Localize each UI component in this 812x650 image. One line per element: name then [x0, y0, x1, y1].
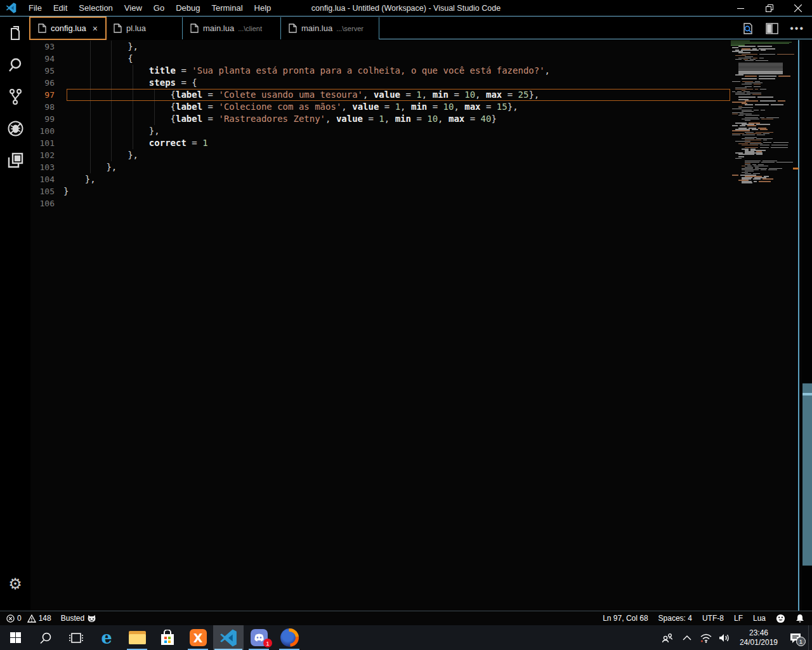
- xampp-icon: ꓫ: [190, 629, 207, 646]
- line-number[interactable]: 106: [30, 197, 63, 209]
- minimap-line: [777, 54, 794, 55]
- code-line-93[interactable]: 93 },: [30, 41, 728, 53]
- more-actions-icon[interactable]: •••: [790, 23, 804, 34]
- minimap-line: [756, 154, 763, 154]
- token: =: [202, 102, 218, 112]
- problems-indicator[interactable]: 0 148: [6, 614, 51, 623]
- explorer-icon[interactable]: [0, 17, 30, 49]
- line-number[interactable]: 93: [30, 41, 63, 53]
- busted-cat-icon: [87, 614, 96, 623]
- volume-icon[interactable]: [716, 625, 735, 650]
- eol-setting[interactable]: LF: [734, 614, 743, 623]
- code-line-104[interactable]: 104 },: [30, 173, 728, 185]
- debug-icon[interactable]: [0, 112, 30, 144]
- code-line-103[interactable]: 103 },: [30, 161, 728, 173]
- menu-help[interactable]: Help: [249, 0, 277, 17]
- settings-gear-icon[interactable]: ⚙: [0, 575, 30, 593]
- taskbar-app-vscode[interactable]: [213, 625, 244, 650]
- menu-debug[interactable]: Debug: [170, 0, 206, 17]
- scrollbar-thumb[interactable]: [802, 383, 812, 566]
- line-number[interactable]: 96: [30, 77, 63, 89]
- code-line-96[interactable]: 96 steps = {: [30, 77, 728, 89]
- token: {: [171, 102, 176, 112]
- code-line-100[interactable]: 100 },: [30, 125, 728, 137]
- code-line-105[interactable]: 105}: [30, 185, 728, 197]
- indent-guide: [90, 41, 91, 53]
- menu-view[interactable]: View: [119, 0, 148, 17]
- feedback-smiley-icon[interactable]: [776, 614, 785, 623]
- minimap-line: [759, 76, 776, 76]
- menu-terminal[interactable]: Terminal: [206, 0, 248, 17]
- token: },: [149, 126, 160, 136]
- token: },: [85, 174, 96, 184]
- tab-pl.lua[interactable]: pl.lua: [105, 17, 183, 39]
- line-number[interactable]: 94: [30, 53, 63, 65]
- code-line-94[interactable]: 94 {: [30, 53, 728, 65]
- tab-close-icon[interactable]: ×: [93, 23, 98, 34]
- code-line-101[interactable]: 101 correct = 1: [30, 137, 728, 149]
- taskbar-clock[interactable]: 23:46 24/01/2019: [735, 628, 783, 647]
- code-line-102[interactable]: 102 },: [30, 149, 728, 161]
- line-number[interactable]: 99: [30, 113, 63, 125]
- menu-selection[interactable]: Selection: [73, 0, 118, 17]
- tray-chevron-up-icon[interactable]: [678, 625, 697, 650]
- encoding[interactable]: UTF-8: [702, 614, 724, 623]
- code-line-106[interactable]: 106: [30, 197, 728, 209]
- task-view-button[interactable]: [61, 625, 91, 650]
- line-number[interactable]: 101: [30, 137, 63, 149]
- notifications-bell-icon[interactable]: [796, 614, 804, 623]
- restore-button[interactable]: [755, 0, 783, 17]
- taskbar-app-xampp[interactable]: ꓫ: [183, 625, 213, 650]
- vertical-scrollbar[interactable]: [802, 40, 812, 611]
- menu-go[interactable]: Go: [148, 0, 170, 17]
- tab-main.lua-client[interactable]: main.lua...\client: [182, 17, 281, 39]
- taskbar-app-firefox[interactable]: [274, 625, 304, 650]
- taskbar-app-file-explorer[interactable]: [122, 625, 152, 650]
- taskbar-app-discord[interactable]: 1: [244, 625, 274, 650]
- line-number[interactable]: 104: [30, 173, 63, 185]
- line-content: title = 'Sua planta está pronta para a c…: [63, 65, 550, 77]
- minimap[interactable]: [730, 41, 797, 193]
- file-icon: [114, 23, 122, 33]
- code-editor[interactable]: 93 },94 {95 title = 'Sua planta está pro…: [30, 40, 812, 611]
- people-icon[interactable]: [658, 625, 678, 650]
- menu-file[interactable]: File: [23, 0, 48, 17]
- cursor-position[interactable]: Ln 97, Col 68: [603, 614, 648, 623]
- show-desktop-button[interactable]: [808, 625, 812, 650]
- taskbar-search-button[interactable]: [30, 625, 61, 650]
- extensions-icon[interactable]: [0, 144, 30, 176]
- code-line-95[interactable]: 95 title = 'Sua planta está pronta para …: [30, 65, 728, 77]
- tab-config.lua[interactable]: config.lua×: [30, 17, 106, 39]
- line-number[interactable]: 98: [30, 101, 63, 113]
- menu-edit[interactable]: Edit: [48, 0, 73, 17]
- split-editor-icon[interactable]: [766, 23, 778, 34]
- wifi-icon[interactable]: [697, 625, 716, 650]
- line-number[interactable]: 97: [30, 89, 63, 101]
- token: {: [171, 114, 176, 124]
- language-mode[interactable]: Lua: [753, 614, 766, 623]
- indentation-setting[interactable]: Spaces: 4: [658, 614, 692, 623]
- code-line-99[interactable]: 99 {label = 'Rastreadores Zetny', value …: [30, 113, 728, 125]
- minimap-line: [732, 114, 738, 114]
- source-control-icon[interactable]: [0, 81, 30, 112]
- minimap-line: [763, 178, 773, 179]
- line-number[interactable]: 105: [30, 185, 63, 197]
- token: 1: [379, 114, 384, 124]
- busted-extension-item[interactable]: Busted: [61, 614, 96, 623]
- line-number[interactable]: 100: [30, 125, 63, 137]
- taskbar-app-store[interactable]: [152, 625, 183, 650]
- open-preview-icon[interactable]: [742, 22, 754, 35]
- minimize-button[interactable]: [726, 0, 755, 17]
- start-button[interactable]: [0, 625, 30, 650]
- tab-main.lua-server[interactable]: main.lua...\server: [280, 17, 379, 39]
- close-button[interactable]: [783, 0, 812, 17]
- action-center-button[interactable]: 1: [783, 625, 808, 650]
- search-icon[interactable]: [0, 49, 30, 81]
- code-line-98[interactable]: 98 {label = 'Colecione com as mãos', val…: [30, 101, 728, 113]
- line-number[interactable]: 103: [30, 161, 63, 173]
- line-number[interactable]: 95: [30, 65, 63, 77]
- taskbar-app-edge[interactable]: e: [91, 625, 122, 650]
- line-number[interactable]: 102: [30, 149, 63, 161]
- minimap-line: [755, 89, 759, 90]
- indent-guide: [90, 125, 91, 137]
